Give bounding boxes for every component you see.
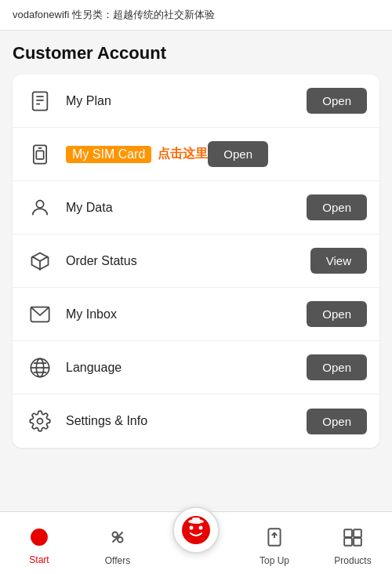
offers-label: Offers [105,555,130,566]
start-icon [30,528,49,550]
my-sim-card-label: My SIM Card [66,146,151,163]
products-label: Products [334,555,371,566]
menu-item-language[interactable]: Language Open [13,341,379,394]
svg-rect-28 [354,538,361,546]
menu-item-order-status[interactable]: Order Status View [13,234,379,288]
my-plan-open-button[interactable]: Open [307,88,367,114]
click-hint: 点击这里 [158,146,208,162]
topup-icon [264,527,285,550]
language-icon [25,353,55,383]
section-title: Customer Account [13,43,379,64]
svg-rect-5 [36,151,43,159]
topup-label: Top Up [260,555,289,566]
my-plan-label: My Plan [66,94,307,108]
bottom-nav: Start Offers [0,511,392,574]
settings-info-label: Settings & Info [66,414,307,428]
svg-point-19 [190,525,194,529]
nav-item-offers[interactable]: Offers [78,521,157,566]
offers-icon [107,527,128,550]
svg-rect-25 [344,529,352,537]
svg-point-7 [36,200,43,207]
menu-item-my-inbox[interactable]: My Inbox Open [13,288,379,341]
sim-icon [25,140,55,169]
main-content: Customer Account My Plan Open My SIM Car… [0,31,392,510]
banner-text: vodafonewifi 性另类：超越传统的社交新体验 [13,9,215,20]
language-open-button[interactable]: Open [307,354,367,380]
my-sim-card-open-button[interactable]: Open [208,141,268,167]
nav-item-products[interactable]: Products [314,521,392,566]
inbox-icon [25,300,55,329]
menu-item-my-data[interactable]: My Data Open [13,181,379,234]
nav-item-topup[interactable]: Top Up [235,521,314,566]
svg-point-20 [199,525,203,529]
nav-item-start[interactable]: Start [0,521,78,565]
menu-item-settings-info[interactable]: Settings & Info Open [13,394,379,448]
svg-rect-27 [344,538,352,546]
my-data-label: My Data [66,201,307,215]
nav-item-home[interactable] [157,525,235,561]
my-data-open-button[interactable]: Open [307,194,367,220]
start-label: Start [29,554,49,565]
svg-rect-0 [33,92,48,110]
svg-point-15 [113,532,118,537]
products-icon [343,527,363,550]
settings-icon [25,406,55,436]
svg-point-13 [38,419,43,424]
svg-point-14 [31,529,47,545]
settings-info-open-button[interactable]: Open [307,409,367,434]
my-inbox-label: My Inbox [66,307,307,322]
svg-rect-22 [192,518,200,522]
plan-icon [25,86,55,116]
order-status-view-button[interactable]: View [310,248,367,274]
language-label: Language [66,361,307,375]
order-status-label: Order Status [66,254,310,268]
home-icon-circle [172,507,220,554]
top-banner: vodafonewifi 性另类：超越传统的社交新体验 [0,0,392,31]
my-inbox-open-button[interactable]: Open [307,301,367,327]
account-menu-card: My Plan Open My SIM Card 点击这里 Open My Da… [13,74,379,448]
svg-rect-26 [354,529,361,537]
data-icon [25,193,55,223]
sim-label-row: My SIM Card 点击这里 [66,146,208,163]
menu-item-my-plan[interactable]: My Plan Open [13,74,379,128]
order-icon [25,246,55,276]
menu-item-my-sim-card[interactable]: My SIM Card 点击这里 Open [13,128,379,181]
svg-point-16 [118,537,123,543]
